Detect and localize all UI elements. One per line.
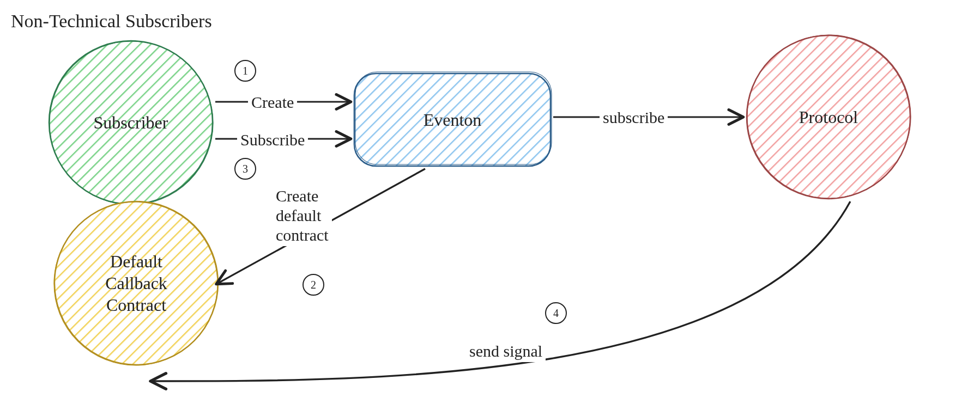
subscriber-node	[49, 41, 213, 205]
edge-subscribe-inner-label: Subscribe	[237, 129, 308, 151]
callback-node	[54, 201, 218, 365]
step-4-badge: 4	[545, 302, 567, 324]
edge-create-default-label: Create default contract	[273, 185, 332, 246]
edge-send-signal-label: send signal	[466, 340, 546, 362]
diagram-title: Non-Technical Subscribers	[11, 11, 212, 32]
protocol-node	[747, 35, 911, 199]
svg-rect-14	[354, 74, 551, 166]
step-1-badge: 1	[234, 60, 256, 82]
edge-create-label: Create	[248, 91, 297, 113]
step-2-badge: 2	[303, 274, 324, 296]
eventon-node	[354, 72, 552, 166]
step-3-badge: 3	[234, 158, 256, 180]
edge-subscribe-outer-label: subscribe	[600, 107, 668, 128]
